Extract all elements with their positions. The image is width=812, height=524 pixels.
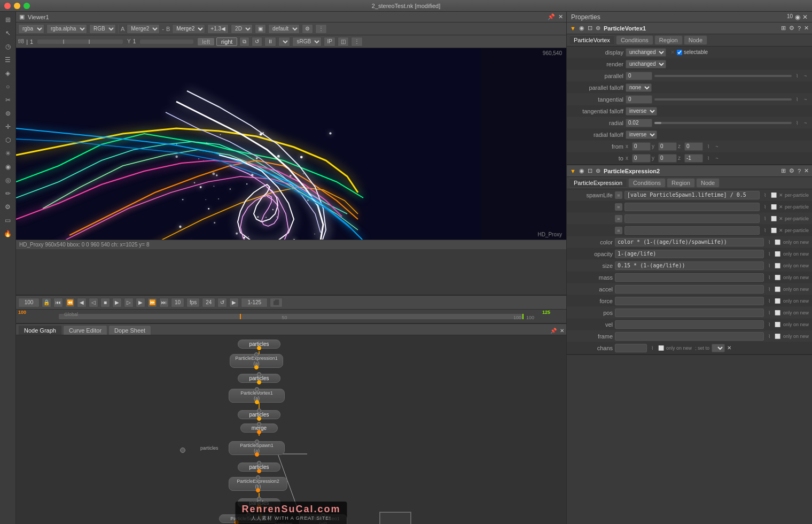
sidebar-icon-fire[interactable]: 🔥: [2, 228, 14, 240]
radial-falloff-select[interactable]: inverse: [626, 130, 657, 139]
frame-expr[interactable]: [615, 332, 764, 341]
viewer-close[interactable]: ✕: [558, 13, 563, 20]
sidebar-icon-circle[interactable]: ○: [2, 81, 14, 93]
tangential-falloff-select[interactable]: inverse: [626, 107, 657, 115]
prop-icon2[interactable]: ◉: [795, 13, 800, 21]
opacity-expr[interactable]: [615, 250, 764, 258]
from-y[interactable]: [658, 142, 677, 151]
alpha-select[interactable]: rgba.alpha: [46, 24, 87, 34]
sidebar-icon-menu[interactable]: ☰: [2, 54, 14, 66]
a-node-select[interactable]: Merge2: [127, 24, 160, 34]
sidebar-icon-move[interactable]: ✛: [2, 121, 14, 133]
minimize-button[interactable]: [14, 3, 20, 9]
pvortex-close2[interactable]: ✕: [804, 25, 809, 32]
stop-btn[interactable]: ■: [100, 298, 110, 307]
sidebar-icon-star[interactable]: ✳: [2, 148, 14, 159]
expr2-input[interactable]: [624, 203, 760, 211]
node-particle-spawn[interactable]: ParticleSpawn1 (a): [229, 441, 285, 455]
cache-btn[interactable]: ⬛: [270, 298, 283, 307]
parallel-falloff-select[interactable]: none: [626, 83, 652, 92]
to-y[interactable]: [658, 154, 677, 163]
prop-close[interactable]: ✕: [802, 13, 808, 21]
node-particles2[interactable]: particles: [238, 374, 280, 383]
pexpr2-tab-conditions[interactable]: Conditions: [628, 178, 666, 188]
skip-start-btn[interactable]: ⏮: [53, 298, 63, 307]
viewer-pin[interactable]: 📌: [548, 13, 555, 20]
loop-btn[interactable]: ↺: [217, 298, 227, 307]
sidebar-icon-wrench[interactable]: ⚙: [2, 201, 14, 213]
frame-fwd-btn[interactable]: ⏩: [147, 298, 157, 307]
chans-val-select[interactable]: b: [712, 344, 725, 352]
pexpr2-tab-main[interactable]: ParticleExpression: [569, 178, 627, 188]
play-btn[interactable]: ▶: [112, 298, 122, 307]
expr3-input[interactable]: [624, 214, 760, 223]
tangential-slider[interactable]: [654, 98, 792, 101]
to-x[interactable]: [632, 154, 651, 163]
overlay-btn[interactable]: ◫: [338, 37, 349, 47]
display-select[interactable]: unchanged: [626, 48, 666, 57]
sidebar-icon-scissors[interactable]: ✂: [2, 94, 14, 106]
pvortex-expand[interactable]: ⊞: [781, 25, 786, 32]
node-graph-area[interactable]: particles ParticleExpression1 (a) partic…: [16, 335, 566, 524]
sidebar-icon-hex[interactable]: ⬡: [2, 134, 14, 146]
sidebar-icon-transform[interactable]: ⊞: [2, 14, 14, 26]
node-merge[interactable]: merge: [240, 423, 278, 433]
compare-btn[interactable]: ⧉: [239, 37, 249, 47]
selectable-check[interactable]: selectable: [677, 49, 708, 55]
force-expr[interactable]: [615, 297, 764, 305]
frame-input-box[interactable]: 100: [18, 298, 40, 307]
pause-btn[interactable]: ⏸: [264, 37, 276, 47]
node-particles3[interactable]: particles: [238, 410, 280, 419]
pos-expr[interactable]: [615, 309, 764, 317]
accel-expr[interactable]: [615, 285, 764, 294]
range-display[interactable]: 1-125: [241, 298, 268, 307]
parallel-input[interactable]: [626, 72, 652, 80]
sidebar-icon-eye2[interactable]: ◎: [2, 174, 14, 186]
sidebar-icon-clock[interactable]: ◷: [2, 41, 14, 52]
size-expr[interactable]: [615, 261, 764, 270]
tab-curve-editor[interactable]: Curve Editor: [63, 325, 107, 335]
pvortex-tab-region[interactable]: Region: [654, 35, 683, 45]
tangential-input[interactable]: [626, 95, 652, 104]
more-icon[interactable]: ⋮: [315, 24, 327, 34]
pvortex-tab-conditions[interactable]: Conditions: [616, 35, 653, 45]
settings-icon[interactable]: ⚙: [302, 24, 313, 34]
fps-input[interactable]: 10: [171, 298, 184, 307]
chans-close[interactable]: ✕: [727, 345, 731, 351]
proxy-select[interactable]: default: [268, 24, 300, 34]
lock-btn[interactable]: 🔒: [42, 298, 51, 307]
prop-icon1[interactable]: 10: [787, 13, 793, 21]
sidebar-icon-brush[interactable]: ✏: [2, 188, 14, 199]
stereo-select[interactable]: 2D: [231, 24, 253, 34]
pexpr2-tab-region[interactable]: Region: [667, 178, 695, 188]
maximize-button[interactable]: [24, 3, 30, 9]
frame-select[interactable]: 1: [278, 37, 290, 47]
sidebar-icon-eye[interactable]: ◉: [2, 161, 14, 173]
pexpr2-settings[interactable]: ⚙: [789, 167, 794, 174]
frame-back-btn[interactable]: ⏪: [65, 298, 75, 307]
next-frame-btn[interactable]: ▶: [136, 298, 145, 307]
colorspace-select[interactable]: RGB: [89, 24, 116, 34]
tab-dope-sheet[interactable]: Dope Sheet: [108, 325, 151, 335]
pexpr2-help[interactable]: ?: [798, 168, 801, 174]
pvortex-help[interactable]: ?: [798, 25, 801, 32]
radial-input[interactable]: [626, 119, 652, 127]
sidebar-icon-select[interactable]: ↖: [2, 27, 14, 39]
geo-box[interactable]: [379, 512, 411, 524]
prev-frame-btn[interactable]: ◀: [77, 298, 87, 307]
node-particle-expr2[interactable]: ParticleExpression2 (b): [229, 477, 287, 491]
tab-node-graph[interactable]: Node Graph: [18, 325, 62, 335]
pexpr2-close2[interactable]: ✕: [804, 167, 809, 174]
refresh-btn[interactable]: ↺: [252, 37, 262, 47]
pvortex-settings[interactable]: ⚙: [789, 25, 794, 32]
node-particle-vortex[interactable]: ParticleVortex1 (a): [229, 389, 285, 403]
sidebar-icon-chart[interactable]: ◈: [2, 67, 14, 79]
graph-pin[interactable]: 📌: [550, 328, 557, 334]
chans-expr[interactable]: [615, 344, 647, 352]
ip-btn[interactable]: IP: [324, 37, 335, 47]
pexpr2-expand[interactable]: ⊞: [781, 167, 786, 174]
exposure-btn[interactable]: +1.3◀: [207, 24, 229, 34]
render-select[interactable]: unchanged: [626, 60, 666, 68]
pvortex-tab-node[interactable]: Node: [684, 35, 707, 45]
to-z[interactable]: [684, 154, 703, 163]
